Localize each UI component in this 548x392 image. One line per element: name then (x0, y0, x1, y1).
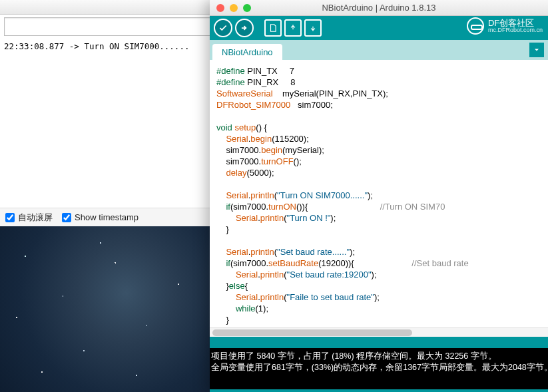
dfrobot-logo-icon (467, 17, 484, 35)
timestamp-checkbox[interactable]: Show timestamp (62, 212, 138, 222)
window-title: NBiotArduino | Arduino 1.8.13 (210, 3, 548, 13)
autoscroll-checkbox[interactable]: 自动滚屏 (5, 212, 53, 224)
console-line: 项目使用了 5840 字节，占用了 (18%) 程序存储空间。最大为 32256… (211, 351, 547, 362)
editor-horizontal-scrollbar[interactable] (210, 327, 548, 337)
code-editor[interactable]: #define PIN_TX 7 #define PIN_RX 8 Softwa… (210, 60, 548, 327)
verify-button[interactable] (214, 19, 232, 37)
brand-url: mc.DFRobot.com.cn (488, 27, 543, 33)
status-bar (210, 337, 548, 348)
upload-button[interactable] (235, 19, 254, 37)
new-button[interactable] (264, 19, 282, 37)
tab-sketch[interactable]: NBiotArduino (212, 44, 282, 60)
open-button[interactable] (284, 19, 302, 37)
arduino-ide-window: NBiotArduino | Arduino 1.8.13 DF创客社区mc.D… (210, 0, 548, 392)
footer-bar (210, 389, 548, 392)
autoscroll-label: 自动滚屏 (18, 212, 53, 224)
console-line: 全局变量使用了681字节，(33%)的动态内存，余留1367字节局部变量。最大为… (211, 362, 547, 373)
desktop-wallpaper (0, 226, 210, 392)
build-console: 项目使用了 5840 字节，占用了 (18%) 程序存储空间。最大为 32256… (210, 348, 548, 389)
arduino-toolbar: DF创客社区mc.DFRobot.com.cn (210, 16, 548, 40)
save-button[interactable] (304, 19, 322, 37)
tab-menu-button[interactable] (529, 43, 544, 57)
mac-titlebar: NBiotArduino | Arduino 1.8.13 (210, 0, 548, 16)
timestamp-label: Show timestamp (75, 212, 138, 222)
tab-bar: NBiotArduino (210, 40, 548, 60)
brand-badge: DF创客社区mc.DFRobot.com.cn (467, 17, 543, 35)
